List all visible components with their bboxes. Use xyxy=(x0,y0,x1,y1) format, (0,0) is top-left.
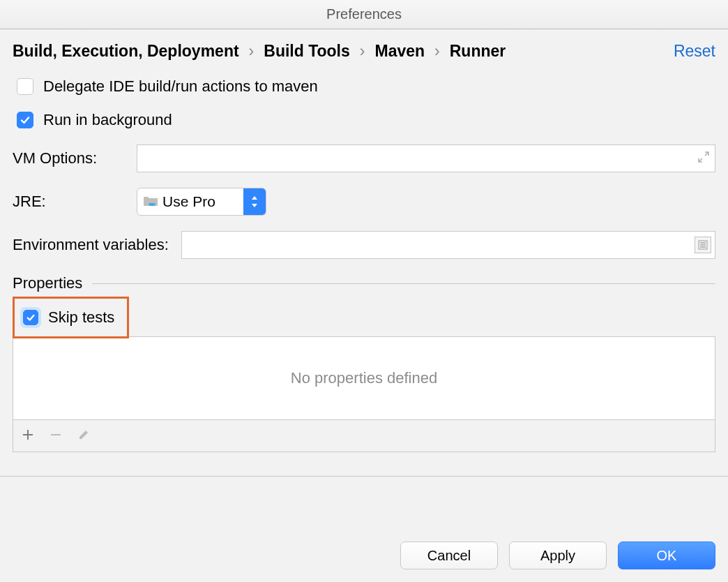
properties-list: No properties defined xyxy=(13,336,715,420)
env-label: Environment variables: xyxy=(13,236,169,254)
divider xyxy=(92,283,715,284)
jre-selected-value: Use Pro xyxy=(162,193,243,210)
chevron-right-icon: › xyxy=(249,42,255,61)
apply-button[interactable]: Apply xyxy=(509,542,607,569)
edit-button[interactable] xyxy=(77,428,90,444)
dropdown-stepper-icon xyxy=(243,188,266,216)
breadcrumb-item[interactable]: Build Tools xyxy=(264,42,350,61)
skip-tests-label: Skip tests xyxy=(48,308,114,327)
run-background-checkbox[interactable] xyxy=(17,112,33,128)
check-icon xyxy=(20,114,31,126)
properties-toolbar xyxy=(13,420,715,452)
properties-empty-text: No properties defined xyxy=(291,369,437,387)
chevron-right-icon: › xyxy=(434,42,440,61)
jre-label: JRE: xyxy=(13,193,124,211)
breadcrumb: Build, Execution, Deployment › Build Too… xyxy=(13,42,506,61)
chevron-right-icon: › xyxy=(360,42,365,61)
delegate-label: Delegate IDE build/run actions to maven xyxy=(43,77,318,96)
remove-button[interactable] xyxy=(50,428,62,444)
ok-button[interactable]: OK xyxy=(618,542,715,569)
delegate-checkbox[interactable] xyxy=(17,78,33,95)
add-button[interactable] xyxy=(22,428,34,444)
env-browse-button[interactable] xyxy=(695,237,711,253)
vm-options-input[interactable] xyxy=(137,144,715,172)
folder-icon xyxy=(143,194,158,209)
skip-tests-highlight: Skip tests xyxy=(13,297,129,338)
pencil-icon xyxy=(77,428,90,441)
svg-point-0 xyxy=(149,203,156,206)
vm-options-label: VM Options: xyxy=(13,149,124,167)
cancel-button[interactable]: Cancel xyxy=(400,542,498,569)
check-icon xyxy=(26,313,36,322)
env-input[interactable] xyxy=(181,231,715,259)
breadcrumb-item[interactable]: Build, Execution, Deployment xyxy=(13,42,239,61)
plus-icon xyxy=(22,428,34,441)
run-background-label: Run in background xyxy=(43,111,172,129)
reset-link[interactable]: Reset xyxy=(674,42,715,61)
skip-tests-checkbox[interactable] xyxy=(23,310,38,325)
breadcrumb-item[interactable]: Maven xyxy=(374,42,425,61)
properties-title: Properties xyxy=(13,274,82,292)
jre-select[interactable]: Use Pro xyxy=(137,188,266,216)
minus-icon xyxy=(50,428,62,441)
list-icon xyxy=(698,240,708,250)
breadcrumb-item[interactable]: Runner xyxy=(450,42,506,61)
window-title: Preferences xyxy=(0,0,728,29)
footer-divider xyxy=(0,476,728,477)
